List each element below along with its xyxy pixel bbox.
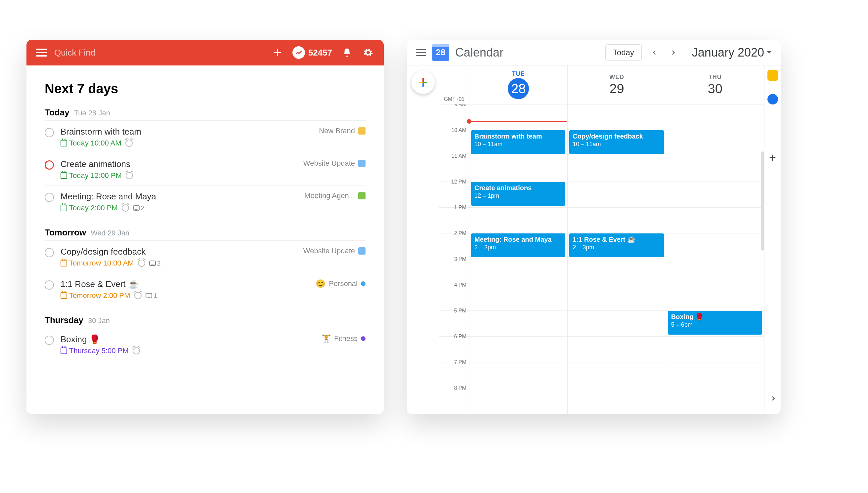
task-project[interactable]: Website Update <box>303 246 365 255</box>
day-header-row: GMT+01 TUE 28 WED 29 THU 30 <box>439 65 764 105</box>
assignee-avatar <box>358 127 365 134</box>
reminder-icon <box>122 204 129 212</box>
task-title: 1:1 Rose & Evert ☕ <box>61 279 316 289</box>
section-today: Today Tue 28 Jan Brainstorm with team To… <box>45 107 365 218</box>
project-dot <box>361 281 365 286</box>
task-checkbox[interactable] <box>45 280 54 290</box>
month-selector[interactable]: January 2020 <box>692 46 771 60</box>
task-title: Meeting: Rose and Maya <box>61 191 304 202</box>
day-header[interactable]: TUE 28 <box>469 65 567 104</box>
task-checkbox[interactable] <box>45 193 54 202</box>
calendar-event[interactable]: 1:1 Rose & Evert ☕2 – 3pm <box>569 233 663 257</box>
add-task-button[interactable] <box>271 46 284 59</box>
hour-label: 6 PM <box>439 334 469 362</box>
task-checkbox[interactable] <box>45 248 54 257</box>
collapse-panel-icon[interactable] <box>770 394 777 404</box>
task-item[interactable]: Create animations Today 12:00 PM Website… <box>45 153 365 186</box>
todoist-window: 52457 Next 7 days Today Tue 28 Jan <box>26 40 384 414</box>
section-date: Tue 28 Jan <box>74 109 110 117</box>
section-tomorrow: Tomorrow Wed 29 Jan Copy/design feedback… <box>45 228 365 305</box>
day-column-thu[interactable]: Boxing 🥊5 – 6pm <box>666 105 764 414</box>
hour-label: 11 AM <box>439 153 469 181</box>
today-button[interactable]: Today <box>605 44 642 61</box>
day-header[interactable]: THU 30 <box>666 65 764 104</box>
day-column-wed[interactable]: Copy/design feedback10 – 11am 1:1 Rose &… <box>567 105 665 414</box>
next-arrow-icon[interactable] <box>667 46 680 59</box>
karma-button[interactable]: 52457 <box>292 46 332 59</box>
task-checkbox[interactable] <box>45 160 54 170</box>
project-emoji: 🏋️ <box>322 334 331 343</box>
calendar-event[interactable]: Brainstorm with team10 – 11am <box>471 130 565 154</box>
section-date: 30 Jan <box>88 317 110 325</box>
comment-count[interactable]: 1 <box>146 292 157 300</box>
hours-grid[interactable]: 9 AM10 AM11 AM12 PM1 PM2 PM3 PM4 PM5 PM6… <box>439 105 764 414</box>
assignee-avatar <box>358 160 365 167</box>
hour-label: 1 PM <box>439 205 469 233</box>
hour-label: 9 AM <box>439 105 469 130</box>
task-project[interactable]: Meeting Agen... <box>304 191 365 200</box>
keep-icon[interactable] <box>767 70 778 81</box>
current-time-indicator <box>469 121 567 122</box>
karma-icon <box>292 46 305 59</box>
settings-icon[interactable] <box>362 46 375 59</box>
task-date: Thursday 5:00 PM <box>61 346 129 355</box>
calendar-event[interactable]: Copy/design feedback10 – 11am <box>569 130 663 154</box>
reminder-icon <box>125 140 133 147</box>
create-event-button[interactable] <box>411 71 435 94</box>
hour-label: 7 PM <box>439 359 469 388</box>
task-project[interactable]: 🏋️ Fitness <box>322 334 365 343</box>
plus-icon <box>419 78 427 87</box>
task-date: Today 2:00 PM <box>61 204 118 212</box>
reminder-icon <box>126 172 133 179</box>
reminder-icon <box>138 260 145 267</box>
task-date: Tomorrow 10:00 AM <box>61 259 134 267</box>
task-title: Brainstorm with team <box>61 127 319 137</box>
hour-label: 4 PM <box>439 282 469 310</box>
gcal-side-panel: + <box>764 65 781 414</box>
gcal-grid: GMT+01 TUE 28 WED 29 THU 30 9 AM1 <box>439 65 764 414</box>
day-header[interactable]: WED 29 <box>567 65 665 104</box>
task-item[interactable]: Brainstorm with team Today 10:00 AM New … <box>45 120 365 153</box>
task-project[interactable]: New Brand <box>319 127 365 135</box>
assignee-avatar <box>358 247 365 255</box>
hour-label: 5 PM <box>439 308 469 336</box>
day-column-tue[interactable]: Brainstorm with team10 – 11am Create ani… <box>469 105 567 414</box>
comment-count[interactable]: 2 <box>133 204 145 212</box>
scrollbar[interactable] <box>761 151 764 251</box>
task-date: Today 12:00 PM <box>61 171 122 180</box>
task-item[interactable]: Boxing 🥊 Thursday 5:00 PM 🏋️ Fitness <box>45 328 365 360</box>
hour-label: 12 PM <box>439 179 469 207</box>
menu-icon[interactable] <box>36 49 47 57</box>
calendar-event[interactable]: Meeting: Rose and Maya2 – 3pm <box>471 233 565 257</box>
hour-label: 10 AM <box>439 127 469 156</box>
assignee-avatar <box>358 192 365 199</box>
search-input[interactable] <box>54 48 140 58</box>
task-item[interactable]: Meeting: Rose and Maya Today 2:00 PM 2 M… <box>45 186 365 218</box>
menu-icon[interactable] <box>416 49 426 56</box>
todo-body: Next 7 days Today Tue 28 Jan Brainstorm … <box>26 65 384 384</box>
karma-score: 52457 <box>308 48 332 58</box>
section-name: Today <box>45 107 69 118</box>
task-project[interactable]: 😊 Personal <box>316 279 365 288</box>
notifications-icon[interactable] <box>341 46 353 59</box>
section-thursday: Thursday 30 Jan Boxing 🥊 Thursday 5:00 P… <box>45 315 365 360</box>
add-addon-button[interactable]: + <box>769 151 776 165</box>
task-item[interactable]: 1:1 Rose & Evert ☕ Tomorrow 2:00 PM 1 😊 … <box>45 273 365 305</box>
calendar-event[interactable]: Boxing 🥊5 – 6pm <box>668 311 762 335</box>
task-item[interactable]: Copy/design feedback Tomorrow 10:00 AM 2… <box>45 240 365 273</box>
section-name: Thursday <box>45 315 83 325</box>
tasks-icon[interactable] <box>767 94 778 105</box>
reminder-icon <box>133 347 140 355</box>
app-title: Calendar <box>455 46 504 60</box>
task-checkbox[interactable] <box>45 128 54 137</box>
task-checkbox[interactable] <box>45 336 54 345</box>
gcal-left-rail <box>407 65 439 414</box>
caret-down-icon <box>767 51 771 56</box>
calendar-event[interactable]: Create animations12 – 1pm <box>471 182 565 206</box>
todoist-header: 52457 <box>26 40 384 65</box>
task-project[interactable]: Website Update <box>303 159 365 168</box>
prev-arrow-icon[interactable] <box>648 46 661 59</box>
task-title: Create animations <box>61 159 303 169</box>
task-date: Today 10:00 AM <box>61 139 121 148</box>
comment-count[interactable]: 2 <box>149 260 161 267</box>
